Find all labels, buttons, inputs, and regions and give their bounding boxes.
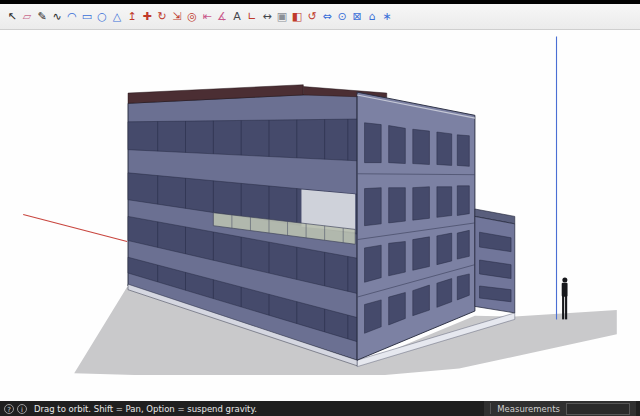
- window[interactable]: [365, 245, 382, 282]
- window[interactable]: [457, 186, 469, 216]
- window[interactable]: [389, 241, 406, 275]
- window[interactable]: [437, 187, 452, 218]
- window[interactable]: [437, 233, 452, 265]
- 3d-warehouse-tool-icon[interactable]: ⌂: [365, 8, 379, 26]
- paint-bucket-tool-icon[interactable]: ◧: [290, 8, 304, 26]
- window[interactable]: [457, 274, 469, 300]
- scale-tool-icon[interactable]: ⇲: [170, 8, 184, 26]
- line-tool-icon[interactable]: ✎: [35, 8, 49, 26]
- model-scene[interactable]: [0, 30, 640, 401]
- measurements-input[interactable]: [566, 403, 630, 415]
- arc-tool-icon[interactable]: ◠: [65, 8, 79, 26]
- zoom-extents-tool-icon[interactable]: ⊠: [350, 8, 364, 26]
- axes-tool-icon[interactable]: ∟: [245, 8, 259, 26]
- window[interactable]: [457, 230, 469, 259]
- status-bar: ? i Drag to orbit. Shift = Pan, Option =…: [0, 401, 640, 416]
- eraser-tool-icon[interactable]: ▱: [20, 8, 34, 26]
- window[interactable]: [413, 237, 430, 270]
- pan-tool-icon[interactable]: ⇔: [320, 8, 334, 26]
- select-tool-icon[interactable]: ↖: [5, 8, 19, 26]
- move-tool-icon[interactable]: ✚: [140, 8, 154, 26]
- window[interactable]: [389, 188, 406, 223]
- model-viewport[interactable]: [0, 30, 640, 401]
- window[interactable]: [437, 132, 452, 165]
- text-tool-icon[interactable]: A: [230, 8, 244, 26]
- window[interactable]: [389, 126, 406, 164]
- scale-figure[interactable]: [562, 277, 568, 319]
- window[interactable]: [413, 285, 430, 316]
- measurements-label: Measurements: [497, 404, 560, 414]
- window[interactable]: [365, 123, 382, 163]
- zoom-tool-icon[interactable]: ⊙: [335, 8, 349, 26]
- orbit-tool-icon[interactable]: ↺: [305, 8, 319, 26]
- toolbar: ↖▱✎∿◠▭○△↥✚↻⇲◎⇤∡A∟↔▣◧↺⇔⊙⊠⌂∗: [0, 4, 640, 30]
- window[interactable]: [413, 187, 430, 220]
- info-icon[interactable]: i: [17, 404, 27, 414]
- offset-tool-icon[interactable]: ◎: [185, 8, 199, 26]
- window[interactable]: [413, 129, 430, 164]
- protractor-tool-icon[interactable]: ∡: [215, 8, 229, 26]
- help-icon[interactable]: ?: [4, 404, 14, 414]
- extensions-tool-icon[interactable]: ∗: [380, 8, 394, 26]
- dimension-tool-icon[interactable]: ↔: [260, 8, 274, 26]
- circle-tool-icon[interactable]: ○: [95, 8, 109, 26]
- rectangle-tool-icon[interactable]: ▭: [80, 8, 94, 26]
- status-divider: [490, 403, 491, 414]
- freehand-tool-icon[interactable]: ∿: [50, 8, 64, 26]
- rotate-tool-icon[interactable]: ↻: [155, 8, 169, 26]
- section-plane-tool-icon[interactable]: ▣: [275, 8, 289, 26]
- push-pull-tool-icon[interactable]: ↥: [125, 8, 139, 26]
- measurements-section: Measurements: [484, 401, 636, 416]
- status-hint: Drag to orbit. Shift = Pan, Option = sus…: [34, 404, 257, 414]
- red-axis: [23, 215, 127, 242]
- tape-measure-tool-icon[interactable]: ⇤: [200, 8, 214, 26]
- window[interactable]: [365, 188, 382, 226]
- polygon-tool-icon[interactable]: △: [110, 8, 124, 26]
- window[interactable]: [457, 135, 469, 167]
